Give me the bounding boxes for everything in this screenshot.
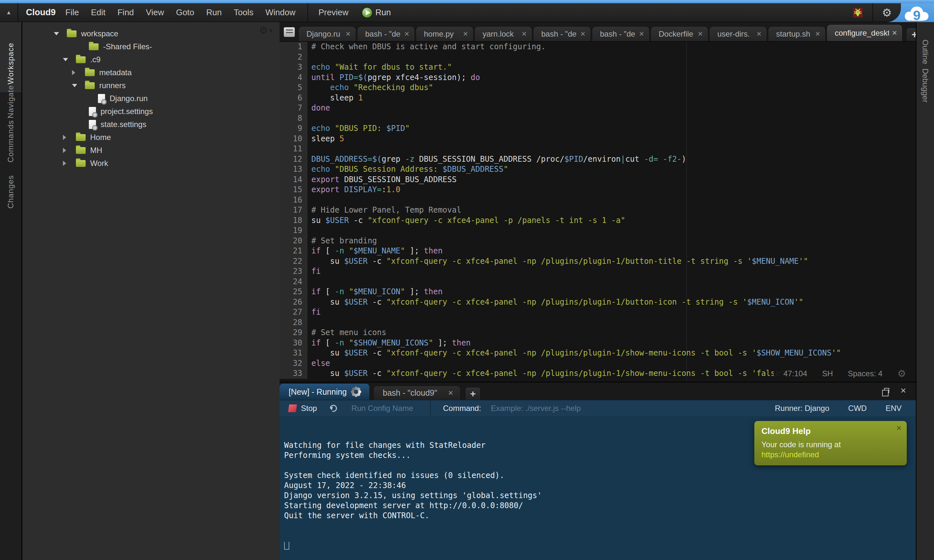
console-tab-running[interactable]: [New] - Running: [279, 384, 369, 400]
status-gear-icon[interactable]: ⚙: [897, 368, 906, 379]
sidebar-tab-changes[interactable]: Changes: [6, 175, 15, 208]
code-line: 21if [ -n "$MENU_NAME" ]; then: [279, 246, 916, 256]
command-input[interactable]: Example: ./server.js --help: [491, 404, 581, 413]
tree-item-shared-files[interactable]: -Shared Files-: [23, 40, 279, 53]
tree-item-mh[interactable]: MH: [23, 144, 279, 157]
menu-preview[interactable]: Preview: [319, 8, 348, 17]
env-button[interactable]: ENV: [886, 404, 902, 413]
debug-bug-icon[interactable]: [853, 8, 863, 17]
help-popup: × Cloud9 Help Your code is running at ht…: [754, 421, 907, 465]
tree-item-project-settings[interactable]: project.settings: [23, 105, 279, 118]
sidebar-tab-debugger[interactable]: Debugger: [921, 68, 930, 102]
line-number: 10: [279, 134, 307, 144]
restart-icon[interactable]: [329, 403, 338, 413]
close-icon[interactable]: ×: [896, 423, 902, 433]
tree-item-work[interactable]: Work: [23, 157, 279, 170]
tree-item-django-run[interactable]: Django.run: [23, 92, 279, 105]
tree-item-state-settings[interactable]: state.settings: [23, 118, 279, 131]
menu-tools[interactable]: Tools: [234, 8, 254, 17]
tree-item-c9[interactable]: .c9: [23, 53, 279, 66]
collapse-menubar-button[interactable]: ▲: [0, 3, 18, 22]
run-config-name-input[interactable]: Run Config Name: [351, 404, 413, 413]
menu-cloud9[interactable]: Cloud9: [26, 8, 56, 17]
line-number: 30: [279, 338, 307, 348]
editor-tab-home-py[interactable]: home.py×: [416, 26, 473, 41]
close-icon[interactable]: ×: [448, 388, 453, 398]
code-line-text: su $USER -c "xfconf-query -c xfce4-panel…: [307, 215, 625, 226]
settings-gear-button[interactable]: ⚙: [872, 3, 901, 22]
expand-arrow-icon[interactable]: [72, 70, 85, 75]
line-number: 24: [279, 277, 307, 287]
code-line-text: echo "Wait for dbus to start.": [307, 62, 452, 72]
sidebar-tab-outline[interactable]: Outline: [921, 40, 930, 64]
menu-view[interactable]: View: [146, 8, 164, 17]
editor-status-bar: 47:104 SH Spaces: 4 ⚙: [774, 366, 916, 381]
close-icon[interactable]: ×: [757, 29, 761, 39]
cursor-position[interactable]: 47:104: [783, 368, 807, 379]
close-icon[interactable]: ×: [698, 29, 703, 39]
menu-file[interactable]: File: [66, 8, 79, 17]
editor-tab-bash-de[interactable]: bash - "de×: [357, 26, 415, 41]
editor-tab-bash-de[interactable]: bash - "de×: [592, 26, 650, 41]
collapse-arrow-icon[interactable]: [54, 32, 67, 35]
tree-item-metadata[interactable]: metadata: [23, 66, 279, 79]
runner-selector[interactable]: Runner: Django: [775, 404, 829, 413]
sidebar-tab-workspace[interactable]: Workspace: [6, 43, 15, 85]
help-popup-link[interactable]: https://undefined: [761, 450, 819, 459]
sidebar-tab-commands[interactable]: Commands: [6, 120, 15, 163]
menu-edit[interactable]: Edit: [91, 8, 105, 17]
code-editor[interactable]: 1# Check when DBUS is active and start c…: [279, 42, 916, 382]
code-line-text: echo "Rechecking dbus": [307, 83, 433, 93]
stop-icon[interactable]: [288, 405, 297, 412]
tab-label: bash - "de: [541, 29, 577, 38]
close-icon[interactable]: ×: [639, 29, 644, 39]
code-line: 5 echo "Rechecking dbus": [279, 83, 916, 93]
expand-arrow-icon[interactable]: [63, 161, 76, 166]
menu-window[interactable]: Window: [265, 8, 295, 17]
sidebar-tab-navigate[interactable]: Navigate: [6, 85, 15, 118]
maximize-icon[interactable]: [884, 388, 889, 393]
run-button[interactable]: Run: [362, 8, 391, 17]
collapse-arrow-icon[interactable]: [72, 84, 85, 87]
stop-button-label[interactable]: Stop: [301, 404, 317, 413]
syntax-mode[interactable]: SH: [822, 368, 833, 379]
code-line: 31 su $USER -c "xfconf-query -c xfce4-pa…: [279, 348, 916, 358]
code-line: 28: [279, 318, 916, 328]
close-icon[interactable]: ×: [346, 29, 351, 39]
editor-tab-django-ru[interactable]: Django.ru×: [298, 26, 356, 41]
code-line-text: if [ -n "$MENU_NAME" ]; then: [307, 246, 443, 256]
console-tab-label: bash - "cloud9": [383, 388, 437, 398]
collapse-arrow-icon[interactable]: [63, 58, 76, 61]
close-icon[interactable]: ×: [404, 29, 409, 39]
cwd-button[interactable]: CWD: [848, 404, 866, 413]
cloud9-logo[interactable]: 9: [902, 4, 931, 24]
close-icon[interactable]: ×: [892, 28, 897, 38]
menu-goto[interactable]: Goto: [176, 8, 194, 17]
close-icon[interactable]: ×: [581, 29, 586, 39]
tree-item-workspace[interactable]: workspace: [23, 27, 279, 40]
editor-tab-yarn-lock[interactable]: yarn.lock×: [475, 26, 532, 41]
editor-tab-user-dirs[interactable]: user-dirs.×: [709, 26, 767, 41]
editor-tab-startup-sh[interactable]: startup.sh×: [768, 26, 826, 41]
editor-tab-dockerfile[interactable]: Dockerfile×: [650, 26, 708, 41]
close-icon[interactable]: ×: [463, 29, 468, 39]
tree-item-runners[interactable]: runners: [23, 79, 279, 92]
tab-list-icon[interactable]: [284, 27, 295, 37]
menu-find[interactable]: Find: [117, 8, 134, 17]
spaces-setting[interactable]: Spaces: 4: [848, 368, 882, 379]
close-icon[interactable]: ×: [522, 29, 527, 39]
tree-item-home[interactable]: Home: [23, 131, 279, 144]
editor-tab-configure-deskt[interactable]: configure_deskt×: [827, 24, 903, 41]
terminal-output[interactable]: Watching for file changes with StatReloa…: [279, 417, 916, 560]
editor-tab-bash-de[interactable]: bash - "de×: [533, 26, 591, 41]
close-panel-icon[interactable]: ×: [900, 385, 906, 396]
cloud9-ide-window: ▲ Cloud9 FileEditFindViewGotoRunToolsWin…: [0, 0, 934, 560]
close-icon[interactable]: ×: [815, 29, 820, 39]
tree-settings-button[interactable]: ⚙ ▾: [259, 25, 273, 36]
new-console-tab-button[interactable]: +: [465, 387, 481, 400]
expand-arrow-icon[interactable]: [63, 148, 76, 153]
expand-arrow-icon[interactable]: [63, 135, 76, 140]
console-tab-bash[interactable]: bash - "cloud9" ×: [373, 386, 461, 400]
menu-run[interactable]: Run: [206, 8, 222, 17]
folder-icon: [76, 160, 86, 167]
